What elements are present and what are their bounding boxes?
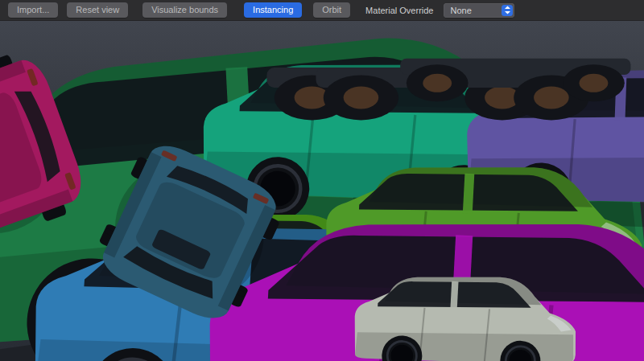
orbit-button[interactable]: Orbit bbox=[313, 2, 350, 18]
material-override-dropdown[interactable]: None bbox=[444, 3, 514, 18]
viewport-canvas[interactable] bbox=[0, 21, 644, 361]
visualize-bounds-button[interactable]: Visualize bounds bbox=[142, 2, 227, 18]
import-button[interactable]: Import... bbox=[8, 2, 58, 18]
reset-view-button[interactable]: Reset view bbox=[67, 2, 128, 18]
material-override-value: None bbox=[450, 6, 471, 15]
instancing-button[interactable]: Instancing bbox=[244, 2, 302, 18]
material-override-label: Material Override bbox=[365, 6, 433, 15]
toolbar: Import... Reset view Visualize bounds In… bbox=[0, 0, 644, 21]
model-viewer-window: Import... Reset view Visualize bounds In… bbox=[0, 0, 644, 361]
dropdown-stepper-icon bbox=[502, 5, 513, 16]
